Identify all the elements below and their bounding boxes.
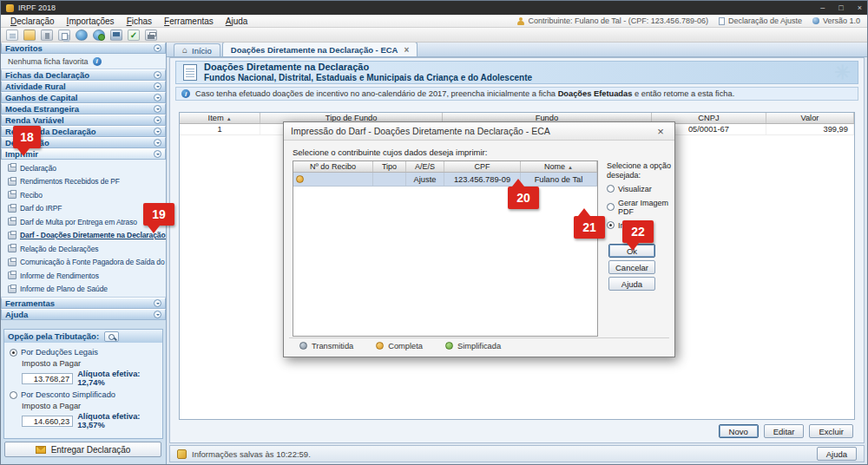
ajuda-button[interactable]: Ajuda: [817, 447, 857, 461]
chevron-down-icon[interactable]: [154, 311, 161, 318]
radio-icon[interactable]: [607, 203, 615, 211]
new-declaration-icon[interactable]: [6, 29, 18, 41]
contributor-info: Contribuinte: Fulano de Tal - (CPF: 123.…: [528, 16, 707, 25]
print-item-darf-irpf[interactable]: Darf do IRPF: [1, 202, 166, 216]
menu-ferramentas[interactable]: Ferramentas: [158, 16, 220, 26]
print-item-comunicacao-saida-pais[interactable]: Comunicação à Fonte Pagadora de Saída do…: [1, 256, 166, 270]
tab-doacoes-eca[interactable]: Doações Diretamente na Declaração - ECA …: [222, 42, 418, 56]
minimize-icon[interactable]: –: [820, 3, 825, 12]
imposto-a-pagar-label: Imposto a Pagar: [22, 402, 159, 410]
verify-check-icon[interactable]: [128, 29, 140, 41]
copy-icon[interactable]: [58, 29, 70, 41]
menu-ajuda[interactable]: Ajuda: [220, 16, 254, 26]
radio-por-deducoes-legais[interactable]: Por Deduções Legais: [10, 348, 159, 357]
menu-importacoes[interactable]: Importações: [61, 16, 121, 26]
chevron-down-icon[interactable]: [154, 44, 161, 52]
open-folder-icon[interactable]: [23, 29, 36, 41]
radio-icon[interactable]: [10, 349, 17, 357]
sidebar-section-ganhos-de-capital[interactable]: Ganhos de Capital: [1, 92, 166, 103]
options-label: Selecione a opção desejada:: [607, 161, 673, 180]
print-icon[interactable]: [145, 29, 157, 41]
chevron-down-icon[interactable]: [154, 116, 161, 124]
menu-fichas[interactable]: Fichas: [121, 16, 158, 26]
transmit-globe-icon[interactable]: [76, 29, 88, 41]
notice-text: Caso tenha efetuado doações de incentivo…: [195, 89, 558, 98]
editar-button[interactable]: Editar: [764, 424, 805, 438]
home-icon: ⌂: [182, 46, 187, 55]
print-darf-dialog: Impressão do Darf - Doações Diretamente …: [283, 121, 675, 357]
tab-close-icon[interactable]: ×: [404, 45, 409, 55]
print-item-declaracao[interactable]: Declaração: [1, 161, 166, 175]
close-icon[interactable]: ×: [858, 3, 862, 12]
imposto-simplificado-value: 14.660,23: [22, 416, 73, 427]
legend-completa: Completa: [388, 342, 423, 350]
chevron-down-icon[interactable]: [154, 150, 161, 158]
search-icon[interactable]: [104, 331, 119, 342]
annotation-step-18: 18: [13, 126, 41, 148]
chevron-down-icon[interactable]: [154, 105, 161, 113]
tax-option-header: Opção pela Tributação:: [4, 330, 162, 343]
ajuda-dialog-button[interactable]: Ajuda: [608, 277, 655, 291]
monitor-icon[interactable]: [110, 29, 122, 41]
entregar-declaracao-button[interactable]: Entregar Declaração: [4, 442, 161, 457]
column-header-valor[interactable]: Valor: [766, 113, 854, 123]
print-item-darf-doacoes-eca[interactable]: Darf - Doações Diretamente na Declaração…: [1, 229, 166, 243]
contributor-icon: [516, 17, 524, 25]
aliquota-legal: Alíquota efetiva: 12,74%: [77, 370, 159, 387]
sidebar-section-ajuda[interactable]: Ajuda: [1, 309, 166, 320]
cell-tipo: [373, 173, 406, 186]
column-header-tipo[interactable]: Tipo: [373, 161, 406, 172]
column-header-cpf[interactable]: CPF: [444, 161, 521, 172]
printer-icon: [8, 218, 16, 226]
delete-icon[interactable]: [41, 29, 53, 41]
declaration-type: Declaração de Ajuste: [728, 16, 802, 25]
menubar: Declaração Importações Fichas Ferramenta…: [1, 15, 867, 28]
sidebar-section-moeda-estrangeira[interactable]: Moeda Estrangeira: [1, 103, 166, 115]
print-item-informe-plano-saude[interactable]: Informe de Plano de Saúde: [1, 283, 166, 297]
notice-bar: i Caso tenha efetuado doações de incenti…: [175, 87, 858, 101]
chevron-down-icon[interactable]: [154, 299, 161, 307]
chevron-down-icon[interactable]: [154, 139, 161, 147]
ficha-title: Doações Diretamente na Declaração: [204, 62, 532, 73]
cell-nome: Fulano de Tal: [521, 173, 597, 186]
excluir-button[interactable]: Excluir: [809, 424, 853, 438]
dialog-close-icon[interactable]: ×: [654, 125, 667, 138]
radio-por-desconto-simplificado[interactable]: Por Desconto Simplificado: [10, 390, 159, 399]
print-item-relacao-declaracoes[interactable]: Relação de Declarações: [1, 242, 166, 256]
tab-inicio[interactable]: ⌂ Início: [174, 43, 220, 56]
chevron-down-icon[interactable]: [154, 71, 161, 79]
print-item-recibo[interactable]: Recibo: [1, 188, 166, 202]
document-icon: [183, 64, 197, 81]
sidebar-section-ferramentas[interactable]: Ferramentas: [1, 298, 166, 309]
menu-declaracao[interactable]: Declaração: [4, 16, 61, 26]
sidebar-section-atividade-rural[interactable]: Atividade Rural: [1, 81, 166, 92]
online-services-icon[interactable]: [93, 29, 105, 41]
maximize-icon[interactable]: □: [838, 3, 843, 12]
column-header-recibo[interactable]: Nº do Recibo: [293, 161, 373, 172]
sidebar-section-favoritos[interactable]: Favoritos: [1, 43, 166, 54]
contributor-row-selected[interactable]: Ajuste 123.456.789-09 Fulano de Tal: [293, 173, 597, 187]
print-item-informe-rendimentos[interactable]: Informe de Rendimentos: [1, 269, 166, 283]
chevron-down-icon[interactable]: [154, 94, 161, 102]
chevron-down-icon[interactable]: [154, 82, 161, 90]
radio-visualizar[interactable]: Visualizar: [607, 185, 673, 193]
column-header-aes[interactable]: A/E/S: [406, 161, 444, 172]
radio-icon[interactable]: [10, 391, 17, 399]
cancelar-button[interactable]: Cancelar: [608, 260, 655, 274]
print-item-rendimentos-pf[interactable]: Rendimentos Recebidos de PF: [1, 175, 166, 189]
column-header-item[interactable]: Item: [180, 113, 260, 123]
column-header-nome[interactable]: Nome: [521, 161, 597, 172]
sidebar-section-fichas-da-declaracao[interactable]: Fichas da Declaração: [1, 69, 166, 81]
printer-icon: [8, 191, 16, 199]
novo-button[interactable]: Novo: [719, 424, 759, 438]
print-item-darf-multa[interactable]: Darf de Multa por Entrega em Atraso: [1, 215, 166, 229]
annotation-step-20: 20: [508, 187, 539, 209]
cell-aes: Ajuste: [406, 173, 444, 186]
legend-simplificada: Simplificada: [457, 342, 501, 350]
radio-icon[interactable]: [607, 221, 615, 229]
radio-gerar-imagem-pdf[interactable]: Gerar Imagem PDF: [607, 199, 673, 216]
chevron-down-icon[interactable]: [154, 128, 161, 135]
printer-icon: [8, 178, 16, 186]
radio-icon[interactable]: [607, 185, 615, 193]
sidebar-section-renda-variavel[interactable]: Renda Variável: [1, 115, 166, 126]
